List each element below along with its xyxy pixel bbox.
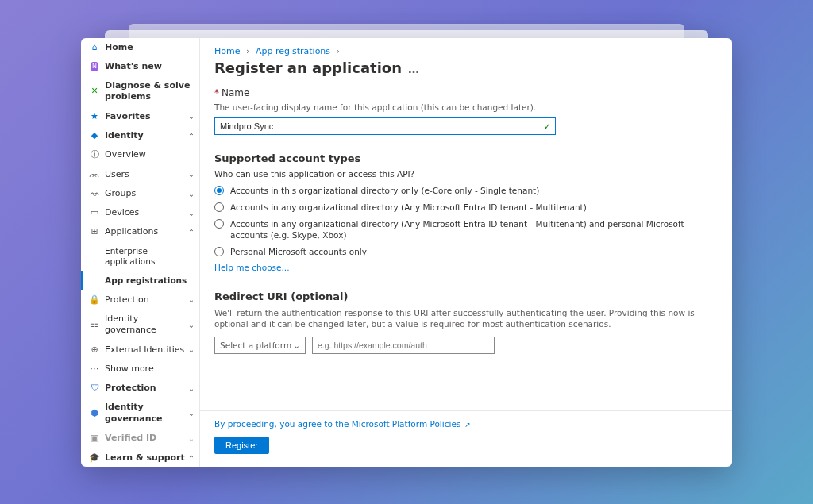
breadcrumb-appreg[interactable]: App registrations	[256, 46, 330, 56]
nav-whats-new[interactable]: N What's new	[81, 57, 199, 76]
nav-verified-id[interactable]: ▣ Verified ID ⌄	[81, 429, 199, 448]
shield-icon: 🛡	[89, 383, 100, 394]
check-icon: ✓	[544, 121, 551, 132]
radio-icon[interactable]	[214, 247, 224, 256]
external-icon: ⊕	[89, 344, 100, 356]
lock-icon: 🔒	[89, 294, 100, 306]
chevron-down-icon: ⌄	[187, 383, 196, 393]
radio-icon[interactable]	[214, 186, 224, 195]
nav-devices[interactable]: ▭ Devices ⌄	[81, 203, 199, 222]
breadcrumb: Home › App registrations ›	[214, 46, 718, 56]
register-button[interactable]: Register	[214, 437, 269, 454]
overview-icon: ⓘ	[89, 149, 100, 160]
nav-app-registrations[interactable]: App registrations	[81, 271, 199, 290]
content-footer: By proceeding, you agree to the Microsof…	[200, 410, 732, 467]
nav-external-identities[interactable]: ⊕ External Identities ⌄	[81, 340, 199, 360]
more-icon: ⋯	[89, 364, 100, 375]
nav-identity[interactable]: ◆ Identity ⌃	[81, 126, 199, 145]
chevron-down-icon: ⌄	[293, 340, 300, 350]
nav-home[interactable]: ⌂ Home	[81, 38, 199, 57]
applications-icon: ⊞	[89, 227, 100, 238]
identity-icon: ◆	[89, 130, 100, 141]
nav-enterprise-apps[interactable]: Enterprise applications	[81, 242, 199, 271]
learn-icon: 🎓	[89, 453, 100, 464]
chevron-down-icon: ⌄	[187, 112, 196, 121]
chevron-down-icon: ⌄	[187, 409, 196, 418]
content: Home › App registrations › Register an a…	[200, 38, 732, 467]
chevron-down-icon: ⌄	[187, 320, 196, 329]
chevron-right-icon: ›	[337, 46, 340, 56]
redirect-uri-input[interactable]	[312, 337, 495, 354]
nav-diagnose[interactable]: ✕ Diagnose & solve problems	[81, 76, 199, 107]
nav-identity-governance-2[interactable]: ⬢ Identity governance ⌄	[81, 398, 199, 429]
radio-icon[interactable]	[214, 202, 224, 212]
app-name-input[interactable]	[214, 117, 556, 135]
account-type-option-4[interactable]: Personal Microsoft accounts only	[214, 246, 718, 258]
nav-applications[interactable]: ⊞ Applications ⌃	[81, 222, 199, 241]
breadcrumb-home[interactable]: Home	[214, 46, 240, 56]
agreement-text: By proceeding, you agree to the Microsof…	[214, 419, 718, 429]
account-types-question: Who can use this application or access t…	[214, 169, 718, 179]
account-type-option-1[interactable]: Accounts in this organizational director…	[214, 185, 718, 197]
app-window: ⌂ Home N What's new ✕ Diagnose & solve p…	[81, 38, 732, 467]
nav-learn-support[interactable]: 🎓 Learn & support ⌃	[81, 448, 199, 466]
nav-overview[interactable]: ⓘ Overview	[81, 145, 199, 164]
groups-icon: ᨎ	[89, 188, 100, 199]
verified-icon: ▣	[89, 433, 100, 444]
name-desc: The user-facing display name for this ap…	[214, 102, 718, 113]
chevron-down-icon: ⌄	[187, 170, 196, 179]
chevron-up-icon: ⌃	[187, 454, 196, 464]
sidebar: ⌂ Home N What's new ✕ Diagnose & solve p…	[81, 38, 200, 467]
nav-favorites[interactable]: ★ Favorites ⌄	[81, 107, 199, 126]
users-icon: ᨏ	[89, 169, 100, 180]
account-type-option-2[interactable]: Accounts in any organizational directory…	[214, 202, 718, 214]
chevron-up-icon: ⌃	[187, 131, 196, 140]
account-type-option-3[interactable]: Accounts in any organizational directory…	[214, 218, 718, 241]
chevron-down-icon: ⌄	[187, 208, 196, 217]
radio-icon[interactable]	[214, 219, 224, 229]
nav-identity-governance[interactable]: ☷ Identity governance ⌄	[81, 310, 199, 340]
diagnose-icon: ✕	[89, 86, 100, 97]
policies-link[interactable]: Microsoft Platform Policies	[352, 419, 461, 429]
platform-select[interactable]: Select a platform ⌄	[214, 337, 306, 354]
chevron-up-icon: ⌃	[187, 228, 196, 237]
governance-icon: ☷	[89, 319, 100, 330]
more-actions-icon[interactable]: …	[408, 63, 419, 75]
help-me-choose-link[interactable]: Help me choose...	[214, 263, 290, 272]
redirect-desc: We'll return the authentication response…	[214, 307, 718, 330]
required-asterisk: *	[214, 87, 219, 98]
chevron-down-icon: ⌄	[187, 295, 196, 305]
nav-users[interactable]: ᨏ Users ⌄	[81, 165, 199, 184]
whatsnew-icon: N	[89, 61, 100, 72]
page-title: Register an application…	[214, 60, 718, 76]
chevron-right-icon: ›	[246, 46, 249, 56]
chevron-down-icon: ⌄	[187, 189, 196, 198]
nav-protection[interactable]: 🔒 Protection ⌄	[81, 290, 199, 310]
redirect-heading: Redirect URI (optional)	[214, 290, 718, 302]
nav-groups[interactable]: ᨎ Groups ⌄	[81, 184, 199, 203]
chevron-down-icon: ⌄	[187, 433, 196, 443]
governance-2-icon: ⬢	[89, 408, 100, 419]
devices-icon: ▭	[89, 207, 100, 218]
star-icon: ★	[89, 111, 100, 122]
name-label: *Name	[214, 87, 718, 98]
chevron-down-icon: ⌄	[187, 345, 196, 355]
nav-show-more[interactable]: ⋯ Show more	[81, 360, 199, 379]
external-link-icon: ↗	[462, 421, 470, 429]
account-types-heading: Supported account types	[214, 152, 718, 164]
nav-protection-2[interactable]: 🛡 Protection ⌄	[81, 379, 199, 398]
home-icon: ⌂	[89, 42, 100, 53]
